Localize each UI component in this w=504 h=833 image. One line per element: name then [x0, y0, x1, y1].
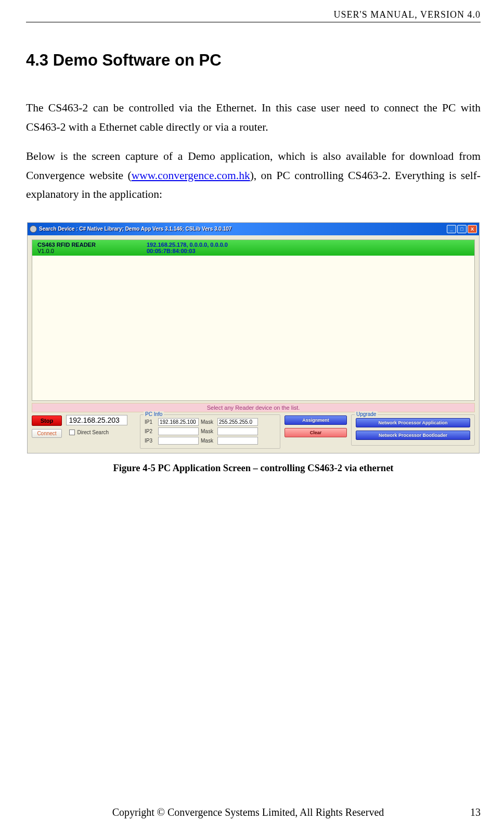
- ip-display-field[interactable]: 192.168.25.203: [66, 415, 127, 425]
- footer-copyright: Copyright © Convergence Systems Limited,…: [26, 806, 470, 818]
- ip3-label: IP3: [145, 438, 156, 444]
- figure-text: PC Application Screen – controlling CS46…: [156, 463, 394, 473]
- app-screenshot: Search Device : C# Native Library; Demo …: [27, 222, 480, 453]
- device-version: V1.0.0: [37, 248, 147, 254]
- convergence-link[interactable]: www.convergence.com.hk: [132, 169, 250, 182]
- device-row[interactable]: CS463 RFID READER V1.0.0 192.168.25.178,…: [32, 240, 474, 256]
- stop-button[interactable]: Stop: [32, 415, 62, 426]
- pc-info-row: IP2 Mask: [145, 427, 276, 435]
- mask3-input[interactable]: [217, 437, 258, 445]
- pc-info-legend: PC Info: [144, 411, 164, 417]
- device-mac: 00:05:7B:84:00:03: [147, 248, 228, 254]
- paragraph-2: Below is the screen capture of a Demo ap…: [26, 147, 481, 204]
- ip1-input[interactable]: [158, 418, 199, 426]
- upgrade-group: Upgrade Network Processor Application Ne…: [351, 414, 475, 446]
- direct-search-checkbox[interactable]: Direct Search: [69, 430, 109, 435]
- device-list-panel[interactable]: CS463 RFID READER V1.0.0 192.168.25.178,…: [32, 239, 475, 401]
- page-header: USER'S MANUAL, VERSION 4.0: [26, 9, 481, 22]
- minimize-icon[interactable]: _: [447, 225, 456, 233]
- ip2-label: IP2: [145, 428, 156, 434]
- upgrade-legend: Upgrade: [355, 411, 378, 417]
- mask2-label: Mask: [201, 428, 215, 434]
- window-titlebar: Search Device : C# Native Library; Demo …: [28, 223, 479, 235]
- close-icon[interactable]: X: [468, 225, 477, 233]
- app-icon: [30, 225, 37, 233]
- pc-info-group: PC Info IP1 Mask IP2 Mask IP3: [140, 414, 280, 449]
- connect-button[interactable]: Connect: [32, 429, 62, 438]
- mask3-label: Mask: [201, 438, 215, 444]
- clear-button[interactable]: Clear: [285, 428, 347, 437]
- instruction-bar: Select any Reader device on the list.: [32, 403, 475, 412]
- upgrade-bootloader-button[interactable]: Network Processor Bootloader: [356, 431, 470, 440]
- paragraph-1: The CS463-2 can be controlled via the Et…: [26, 98, 481, 136]
- pc-info-row: IP1 Mask: [145, 418, 276, 426]
- mask1-label: Mask: [201, 419, 215, 425]
- figure-caption: Figure 4-5 PC Application Screen – contr…: [26, 463, 481, 474]
- device-ips: 192.168.25.178, 0.0.0.0, 0.0.0.0: [147, 242, 228, 248]
- mask2-input[interactable]: [217, 427, 258, 435]
- maximize-icon[interactable]: □: [457, 225, 467, 233]
- page-number: 13: [470, 806, 481, 818]
- direct-search-label: Direct Search: [77, 430, 109, 435]
- upgrade-app-button[interactable]: Network Processor Application: [356, 418, 470, 427]
- figure-number: Figure 4-5: [113, 463, 155, 473]
- checkbox-icon[interactable]: [69, 430, 75, 435]
- mask1-input[interactable]: [217, 418, 258, 426]
- pc-info-row: IP3 Mask: [145, 437, 276, 445]
- window-title: Search Device : C# Native Library; Demo …: [39, 226, 445, 232]
- device-name: CS463 RFID READER: [37, 242, 147, 248]
- ip1-label: IP1: [145, 419, 156, 425]
- section-title: 4.3 Demo Software on PC: [26, 51, 481, 70]
- assignment-button[interactable]: Assignment: [285, 415, 347, 425]
- ip3-input[interactable]: [158, 437, 199, 445]
- ip2-input[interactable]: [158, 427, 199, 435]
